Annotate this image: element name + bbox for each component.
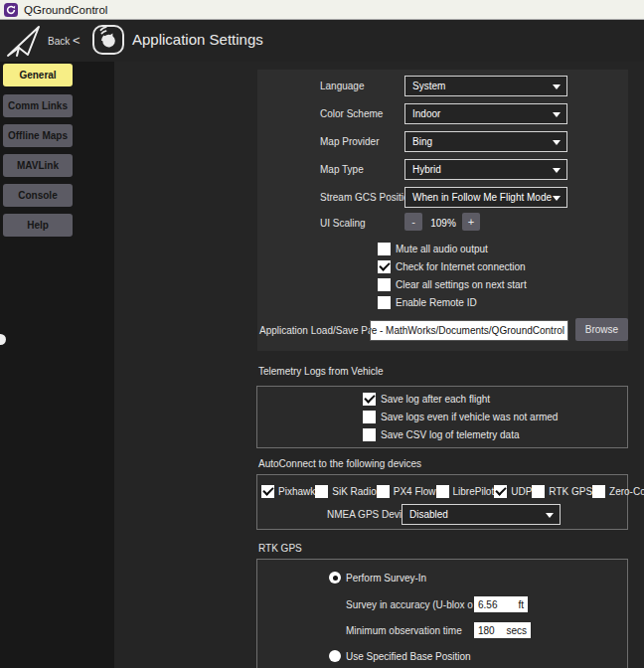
app-logo-icon (4, 3, 18, 17)
rtk-gps-label[interactable]: RTK GPS (549, 486, 592, 497)
device-rtk-gps[interactable]: RTK GPS (532, 485, 592, 498)
chevron-down-icon (553, 112, 561, 117)
px4-flow-label[interactable]: PX4 Flow (394, 486, 436, 497)
survey-accuracy-field[interactable]: 6.56 ft (473, 595, 529, 613)
sidebar-item-help[interactable]: Help (3, 214, 73, 237)
librepilot-label[interactable]: LibrePilot (453, 486, 495, 497)
language-label: Language (320, 81, 365, 91)
save-log-checkbox[interactable] (363, 393, 376, 406)
ui-scaling-decrease-button[interactable]: - (404, 213, 422, 231)
chevron-down-icon (553, 140, 561, 145)
browse-button[interactable]: Browse (575, 318, 628, 341)
map-type-value: Hybrid (412, 164, 441, 175)
map-type-label: Map Type (320, 164, 364, 175)
sik-radio-checkbox[interactable] (315, 485, 328, 498)
remote-id-checkbox[interactable] (378, 296, 391, 309)
sidebar-item-mavlink[interactable]: MAVLink (3, 154, 73, 177)
stream-gcs-position-dropdown[interactable]: When in Follow Me Flight Mode (404, 187, 567, 208)
pixhawk-checkbox[interactable] (261, 485, 274, 498)
language-dropdown[interactable]: System (404, 76, 567, 96)
pixhawk-label[interactable]: Pixhawk (278, 486, 315, 497)
rtk-section-title: RTK GPS (258, 543, 302, 554)
udp-label[interactable]: UDP (511, 486, 532, 497)
survey-accuracy-label: Survey in accuracy (U-blox only) (346, 599, 489, 610)
language-value: System (412, 81, 445, 91)
remote-id-label[interactable]: Enable Remote ID (396, 296, 477, 309)
px4-flow-checkbox[interactable] (377, 485, 390, 498)
min-observation-unit: secs (506, 625, 527, 636)
map-provider-dropdown[interactable]: Bing (404, 131, 567, 152)
device-px4-flow[interactable]: PX4 Flow (377, 485, 436, 498)
rtk-gps-checkbox[interactable] (532, 485, 545, 498)
page-title: Application Settings (132, 31, 263, 48)
udp-checkbox[interactable] (494, 485, 507, 498)
internet-check-label[interactable]: Check for Internet connection (396, 260, 526, 273)
nmea-gps-device-dropdown[interactable]: Disabled (402, 504, 561, 525)
load-save-path-label: Application Load/Save Path (259, 325, 382, 336)
perform-survey-in-label[interactable]: Perform Survey-In (346, 572, 426, 584)
sidebar-item-general[interactable]: General (3, 64, 73, 86)
save-csv-label[interactable]: Save CSV log of telemetry data (381, 428, 520, 441)
use-base-position-radio[interactable] (329, 650, 341, 662)
rtk-panel: Perform Survey-In Survey in accuracy (U-… (256, 559, 628, 668)
color-scheme-value: Indoor (412, 108, 440, 119)
save-logs-not-armed-label[interactable]: Save logs even if vehicle was not armed (381, 411, 558, 423)
stream-gcs-position-value: When in Follow Me Flight Mode (412, 192, 552, 203)
sidebar-item-comm-links[interactable]: Comm Links (3, 94, 73, 117)
min-observation-field[interactable]: 180 secs (473, 621, 532, 639)
min-observation-value[interactable]: 180 (478, 625, 495, 636)
save-csv-checkbox[interactable] (363, 428, 376, 441)
librepilot-checkbox[interactable] (436, 485, 449, 498)
telemetry-section-title: Telemetry Logs from Vehicle (258, 366, 384, 377)
autoconnect-panel: Pixhawk SiK Radio PX4 Flow LibrePilot UD… (256, 474, 628, 530)
color-scheme-label: Color Scheme (320, 108, 383, 119)
stream-gcs-position-label: Stream GCS Position (320, 192, 414, 203)
chevron-down-icon (553, 84, 561, 89)
window-titlebar: QGroundControl (0, 0, 644, 20)
device-udp[interactable]: UDP (494, 485, 532, 498)
min-observation-label: Minimum observation time (346, 625, 462, 636)
autoconnect-section-title: AutoConnect to the following devices (258, 458, 421, 469)
perform-survey-in-radio[interactable] (329, 572, 341, 584)
device-zero-conf[interactable]: Zero-Conf (592, 485, 644, 498)
device-librepilot[interactable]: LibrePilot (436, 485, 495, 498)
zero-conf-checkbox[interactable] (592, 485, 605, 498)
nmea-gps-device-value: Disabled (409, 509, 448, 520)
telemetry-panel: Save log after each flight Save logs eve… (256, 386, 628, 448)
color-scheme-dropdown[interactable]: Indoor (404, 103, 567, 124)
mute-audio-checkbox[interactable] (378, 243, 391, 255)
chevron-down-icon (553, 168, 561, 173)
map-provider-label: Map Provider (320, 136, 379, 147)
clear-settings-checkbox[interactable] (378, 278, 391, 291)
use-base-position-label[interactable]: Use Specified Base Position (346, 650, 471, 663)
settings-header: Back < Application Settings (0, 20, 644, 62)
sidebar-item-offline-maps[interactable]: Offline Maps (3, 124, 73, 147)
save-logs-not-armed-checkbox[interactable] (363, 411, 376, 423)
internet-check-checkbox[interactable] (378, 260, 391, 273)
sik-radio-label[interactable]: SiK Radio (332, 486, 376, 497)
back-chevron-icon[interactable]: < (73, 33, 80, 48)
chevron-down-icon (553, 196, 561, 201)
save-log-label[interactable]: Save log after each flight (381, 393, 490, 406)
load-save-path-field[interactable]: OneDrive - MathWorks/Documents/QGroundCo… (370, 320, 568, 341)
clear-settings-label[interactable]: Clear all settings on next start (396, 278, 527, 291)
ui-scaling-label: UI Scaling (320, 218, 366, 229)
zero-conf-label[interactable]: Zero-Conf (609, 486, 644, 497)
survey-accuracy-unit: ft (518, 599, 524, 610)
autoconnect-device-row: Pixhawk SiK Radio PX4 Flow LibrePilot UD… (261, 485, 624, 498)
paper-plane-icon[interactable] (6, 24, 42, 59)
mute-audio-label[interactable]: Mute all audio output (396, 243, 488, 255)
back-button[interactable]: Back (48, 36, 70, 47)
map-provider-value: Bing (412, 136, 432, 147)
nmea-gps-device-label: NMEA GPS Device (327, 509, 412, 520)
device-sik-radio[interactable]: SiK Radio (315, 485, 376, 498)
sidebar-item-console[interactable]: Console (3, 184, 73, 207)
survey-accuracy-value[interactable]: 6.56 (478, 599, 497, 610)
qgc-badge-icon (91, 24, 125, 56)
device-pixhawk[interactable]: Pixhawk (261, 485, 315, 498)
ui-scaling-increase-button[interactable]: + (462, 213, 480, 231)
window-title: QGroundControl (24, 4, 107, 16)
map-type-dropdown[interactable]: Hybrid (404, 159, 567, 180)
settings-sidebar: General Comm Links Offline Maps MAVLink … (0, 62, 114, 668)
chevron-down-icon (546, 513, 554, 518)
